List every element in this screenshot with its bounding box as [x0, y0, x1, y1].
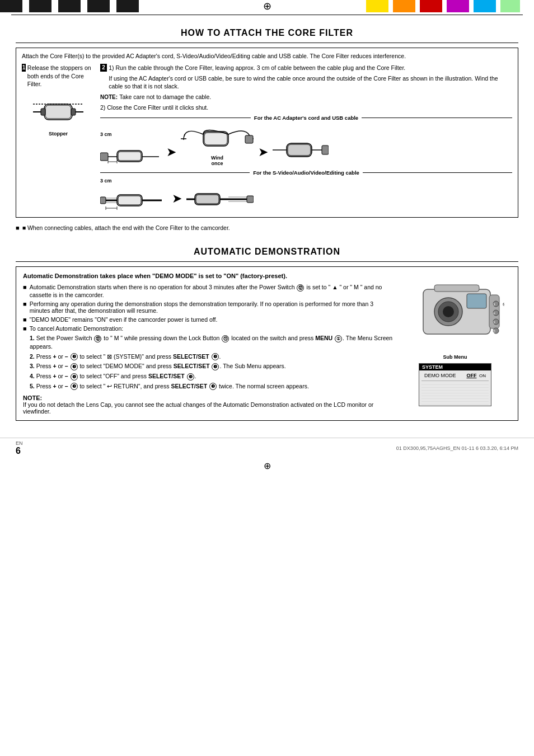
- sv-cable-closed-svg: [186, 184, 254, 212]
- ac-cable-diagram-2: Windonce: [181, 123, 254, 166]
- step1-text: Release the stoppers on both ends of the…: [27, 64, 95, 88]
- auto-demo-right-panel: ③ ④ ⑤ ⑫ ⑭ Sub Menu SYSTEM DEMO MODE OFF …: [399, 273, 511, 415]
- page-number: 6: [16, 446, 23, 456]
- auto-demo-note: NOTE: If you do not detach the Lens Cap,…: [23, 395, 394, 415]
- svg-rect-3: [45, 105, 71, 119]
- sv-cable-label-bar: For the S-Video/Audio/Video/Editing cabl…: [100, 170, 512, 176]
- arrow-3: ➤: [172, 185, 182, 213]
- sv-cm-label: 3 cm: [100, 178, 167, 213]
- step2-2-text: If using the AC Adapter's cord or USB ca…: [109, 74, 512, 91]
- arrow-1: ➤: [166, 138, 176, 166]
- connecting-note: ■ ■ When connecting cables, attach the e…: [16, 224, 518, 231]
- svg-rect-15: [204, 133, 227, 145]
- menu-on-val: ON: [479, 373, 486, 378]
- bullet1: ■ Automatic Demonstration starts when th…: [23, 284, 394, 298]
- svg-rect-37: [247, 196, 254, 203]
- step2-1-text: 1) Run the cable through the Core Filter…: [109, 64, 512, 72]
- svg-rect-22: [322, 145, 329, 154]
- menu-header: SYSTEM: [419, 364, 491, 370]
- step2-3-text: 2) Close the Core Filter until it clicks…: [100, 104, 512, 112]
- en-label: EN: [16, 440, 23, 446]
- demo-step1: 1. Set the Power Switch ⑫ to " M " while…: [30, 334, 394, 350]
- section1-title: HOW TO ATTACH THE CORE FILTER: [16, 28, 518, 38]
- ac-cable-label: For the AC Adapter's cord and USB cable: [251, 115, 362, 121]
- bottom-crosshair: ⊕: [0, 461, 534, 471]
- svg-rect-5: [71, 109, 76, 115]
- bullet2: ■ Performing any operation during the de…: [23, 300, 394, 314]
- core-filter-intro: Attach the Core Filter(s) to the provide…: [22, 53, 512, 59]
- demo-step2: 2. Press + or – ❸ to select " ⊠ (SYSTEM)…: [30, 353, 394, 361]
- svg-text:③: ③: [492, 303, 495, 306]
- svg-rect-4: [41, 109, 45, 115]
- svg-rect-42: [467, 294, 486, 308]
- sub-menu-label: Sub Menu: [443, 354, 467, 360]
- svg-rect-9: [118, 152, 141, 161]
- camera-illustration: ③ ④ ⑤ ⑫ ⑭: [406, 273, 504, 351]
- ac-cable-diagram-3: [273, 134, 329, 166]
- section2-title: AUTOMATIC DEMONSTRATION: [16, 247, 518, 257]
- svg-rect-10: [100, 153, 108, 161]
- sv-cable-diagram-1: [100, 184, 167, 212]
- step1-col: 1 Release the stoppers on both ends of t…: [22, 64, 95, 213]
- wind-label: Windonce: [181, 155, 254, 166]
- ac-cable-closed-svg: [273, 134, 329, 165]
- demo-step4: 4. Press + or – ❺ to select "OFF" and pr…: [30, 372, 394, 381]
- svg-text:⑭: ⑭: [503, 303, 504, 306]
- note-text-1: Take care not to damage the cable.: [119, 93, 211, 100]
- menu-off-val: OFF: [466, 373, 476, 378]
- step1-illustration: [33, 93, 83, 126]
- svg-text:⑫: ⑫: [492, 330, 495, 333]
- svg-text:④: ④: [492, 312, 495, 315]
- svg-rect-27: [118, 196, 141, 205]
- svg-rect-21: [288, 144, 311, 156]
- step2-num: 2: [100, 64, 107, 72]
- stopper-label: Stopper: [22, 131, 95, 137]
- svg-rect-43: [434, 285, 479, 292]
- ac-cable-label-bar: For the AC Adapter's cord and USB cable: [100, 115, 512, 121]
- bullet3: ■ "DEMO MODE" remains "ON" even if the c…: [23, 316, 394, 323]
- auto-demo-bold-title: Automatic Demonstration takes place when…: [23, 273, 394, 279]
- bullet4: ■ To cancel Automatic Demonstration:: [23, 325, 394, 332]
- demo-step3: 3. Press + or – ❸ to select "DEMO MODE" …: [30, 362, 394, 370]
- top-crosshair: ⊕: [168, 0, 366, 12]
- menu-row-demo: DEMO MODE OFF ON: [421, 372, 489, 379]
- menu-dashed-area: [421, 382, 489, 405]
- svg-rect-18: [245, 135, 253, 143]
- svg-rect-36: [196, 195, 219, 204]
- svg-text:⑤: ⑤: [492, 321, 495, 324]
- ac-cable-wound-svg: [181, 123, 254, 154]
- note-label-1: NOTE:: [100, 94, 118, 100]
- note-body: If you do not detach the Lens Cap, you c…: [23, 401, 394, 415]
- menu-mockup: SYSTEM DEMO MODE OFF ON: [419, 363, 491, 406]
- core-filter-section: Attach the Core Filter(s) to the provide…: [16, 48, 518, 218]
- sv-cable-diagram-2: [186, 184, 254, 213]
- arrow-2: ➤: [258, 138, 268, 166]
- cm-label-1: 3 cm: [100, 132, 162, 166]
- sv-cable-label: For the S-Video/Audio/Video/Editing cabl…: [250, 170, 363, 176]
- ac-cable-diagram-1: [100, 137, 162, 165]
- step2-col: 2 1) Run the cable through the Core Filt…: [100, 64, 512, 213]
- auto-demo-section: Automatic Demonstration takes place when…: [16, 266, 518, 421]
- demo-step5: 5. Press + or – ❸ to select " ↩ RETURN",…: [30, 382, 394, 391]
- svg-rect-28: [100, 197, 106, 204]
- svg-point-41: [443, 306, 454, 317]
- step1-num: 1: [22, 64, 26, 72]
- footer-text: 01 DX300,95,75AAGHS_EN 01-11 6 03.3.20, …: [396, 445, 518, 451]
